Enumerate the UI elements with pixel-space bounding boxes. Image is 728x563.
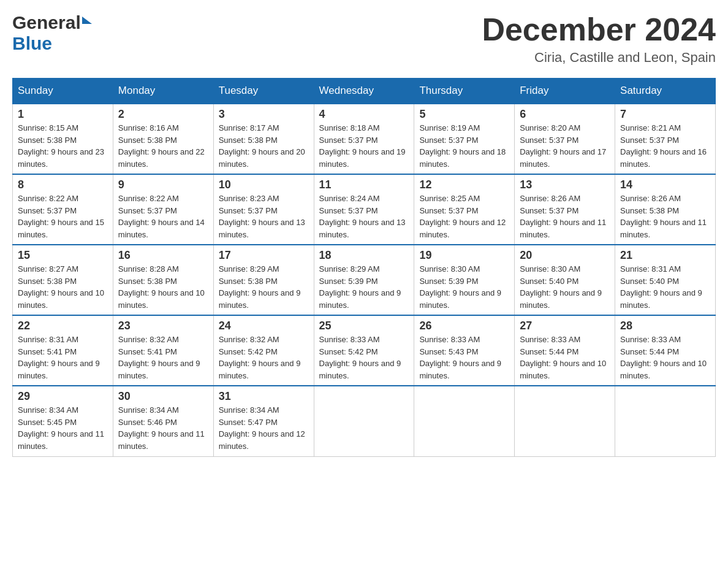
sunset-text: Sunset: 5:39 PM	[319, 277, 378, 286]
day-cell: 12 Sunrise: 8:25 AM Sunset: 5:37 PM Dayl…	[414, 174, 515, 245]
day-info: Sunrise: 8:15 AM Sunset: 5:38 PM Dayligh…	[18, 122, 108, 170]
day-cell: 8 Sunrise: 8:22 AM Sunset: 5:37 PM Dayli…	[13, 174, 113, 245]
day-cell: 22 Sunrise: 8:31 AM Sunset: 5:41 PM Dayl…	[13, 315, 113, 386]
day-number: 23	[118, 320, 208, 332]
calendar-week-row: 1 Sunrise: 8:15 AM Sunset: 5:38 PM Dayli…	[13, 104, 716, 174]
location-title: Ciria, Castille and Leon, Spain	[482, 50, 716, 66]
day-info: Sunrise: 8:33 AM Sunset: 5:44 PM Dayligh…	[520, 334, 610, 381]
sunrise-text: Sunrise: 8:32 AM	[118, 335, 179, 344]
sunrise-text: Sunrise: 8:26 AM	[520, 194, 580, 203]
sunset-text: Sunset: 5:38 PM	[620, 206, 679, 215]
sunset-text: Sunset: 5:45 PM	[18, 418, 77, 427]
empty-cell	[615, 386, 716, 456]
day-info: Sunrise: 8:30 AM Sunset: 5:39 PM Dayligh…	[419, 263, 509, 311]
day-number: 19	[419, 249, 509, 262]
sunset-text: Sunset: 5:44 PM	[520, 347, 578, 356]
logo-arrow-icon	[82, 17, 92, 24]
day-info: Sunrise: 8:34 AM Sunset: 5:45 PM Dayligh…	[18, 404, 108, 452]
day-number: 7	[620, 108, 710, 121]
day-number: 3	[219, 108, 309, 121]
day-number: 8	[18, 178, 108, 191]
daylight-text: Daylight: 9 hours and 9 minutes.	[219, 359, 301, 380]
sunset-text: Sunset: 5:37 PM	[520, 206, 578, 215]
daylight-text: Daylight: 9 hours and 9 minutes.	[419, 359, 501, 380]
col-wednesday: Wednesday	[314, 79, 414, 104]
daylight-text: Daylight: 9 hours and 10 minutes.	[520, 359, 606, 380]
day-cell: 13 Sunrise: 8:26 AM Sunset: 5:37 PM Dayl…	[515, 174, 615, 245]
sunset-text: Sunset: 5:47 PM	[219, 418, 278, 427]
sunrise-text: Sunrise: 8:18 AM	[319, 123, 380, 132]
sunrise-text: Sunrise: 8:33 AM	[319, 335, 380, 344]
col-sunday: Sunday	[13, 79, 113, 104]
day-info: Sunrise: 8:30 AM Sunset: 5:40 PM Dayligh…	[520, 263, 610, 311]
day-info: Sunrise: 8:28 AM Sunset: 5:38 PM Dayligh…	[118, 263, 208, 311]
sunrise-text: Sunrise: 8:23 AM	[219, 194, 279, 203]
day-info: Sunrise: 8:25 AM Sunset: 5:37 PM Dayligh…	[419, 193, 509, 240]
day-info: Sunrise: 8:31 AM Sunset: 5:41 PM Dayligh…	[18, 334, 108, 381]
sunset-text: Sunset: 5:40 PM	[620, 277, 679, 286]
empty-cell	[515, 386, 615, 456]
daylight-text: Daylight: 9 hours and 11 minutes.	[118, 429, 205, 451]
daylight-text: Daylight: 9 hours and 13 minutes.	[319, 218, 406, 239]
day-info: Sunrise: 8:19 AM Sunset: 5:37 PM Dayligh…	[419, 122, 509, 170]
daylight-text: Daylight: 9 hours and 9 minutes.	[18, 359, 100, 380]
sunset-text: Sunset: 5:37 PM	[118, 206, 177, 215]
sunrise-text: Sunrise: 8:30 AM	[419, 264, 480, 274]
sunset-text: Sunset: 5:38 PM	[118, 277, 177, 286]
daylight-text: Daylight: 9 hours and 14 minutes.	[118, 218, 205, 239]
day-cell: 16 Sunrise: 8:28 AM Sunset: 5:38 PM Dayl…	[113, 245, 213, 315]
day-info: Sunrise: 8:23 AM Sunset: 5:37 PM Dayligh…	[219, 193, 309, 240]
sunrise-text: Sunrise: 8:16 AM	[118, 123, 179, 132]
day-info: Sunrise: 8:33 AM Sunset: 5:42 PM Dayligh…	[319, 334, 409, 381]
col-saturday: Saturday	[615, 79, 716, 104]
day-number: 1	[18, 108, 108, 121]
daylight-text: Daylight: 9 hours and 22 minutes.	[118, 147, 205, 169]
daylight-text: Daylight: 9 hours and 16 minutes.	[620, 147, 707, 169]
day-number: 20	[520, 249, 610, 262]
sunset-text: Sunset: 5:41 PM	[18, 347, 77, 356]
sunset-text: Sunset: 5:37 PM	[18, 206, 77, 215]
day-info: Sunrise: 8:34 AM Sunset: 5:47 PM Dayligh…	[219, 404, 309, 452]
daylight-text: Daylight: 9 hours and 9 minutes.	[419, 288, 501, 310]
day-number: 5	[419, 108, 509, 121]
daylight-text: Daylight: 9 hours and 10 minutes.	[18, 288, 104, 310]
day-number: 22	[18, 320, 108, 332]
day-number: 25	[319, 320, 409, 332]
day-number: 4	[319, 108, 409, 121]
sunset-text: Sunset: 5:37 PM	[219, 206, 278, 215]
sunrise-text: Sunrise: 8:27 AM	[18, 264, 78, 274]
daylight-text: Daylight: 9 hours and 9 minutes.	[520, 288, 602, 310]
sunset-text: Sunset: 5:46 PM	[118, 418, 177, 427]
sunset-text: Sunset: 5:40 PM	[520, 277, 578, 286]
day-number: 27	[520, 320, 610, 332]
sunrise-text: Sunrise: 8:31 AM	[620, 264, 681, 274]
daylight-text: Daylight: 9 hours and 9 minutes.	[319, 288, 401, 310]
sunrise-text: Sunrise: 8:33 AM	[419, 335, 480, 344]
daylight-text: Daylight: 9 hours and 9 minutes.	[118, 359, 200, 380]
daylight-text: Daylight: 9 hours and 12 minutes.	[419, 218, 506, 239]
day-info: Sunrise: 8:32 AM Sunset: 5:42 PM Dayligh…	[219, 334, 309, 381]
daylight-text: Daylight: 9 hours and 10 minutes.	[620, 359, 707, 380]
calendar-week-row: 22 Sunrise: 8:31 AM Sunset: 5:41 PM Dayl…	[13, 315, 716, 386]
day-cell: 10 Sunrise: 8:23 AM Sunset: 5:37 PM Dayl…	[213, 174, 314, 245]
day-info: Sunrise: 8:26 AM Sunset: 5:37 PM Dayligh…	[520, 193, 610, 240]
day-info: Sunrise: 8:20 AM Sunset: 5:37 PM Dayligh…	[520, 122, 610, 170]
day-number: 18	[319, 249, 409, 262]
daylight-text: Daylight: 9 hours and 15 minutes.	[18, 218, 104, 239]
day-info: Sunrise: 8:26 AM Sunset: 5:38 PM Dayligh…	[620, 193, 710, 240]
day-number: 26	[419, 320, 509, 332]
logo-blue-text: Blue	[12, 33, 52, 54]
daylight-text: Daylight: 9 hours and 17 minutes.	[520, 147, 606, 169]
title-block: December 2024 Ciria, Castille and Leon, …	[482, 12, 716, 66]
sunrise-text: Sunrise: 8:34 AM	[118, 405, 179, 415]
day-cell: 29 Sunrise: 8:34 AM Sunset: 5:45 PM Dayl…	[13, 386, 113, 456]
day-info: Sunrise: 8:27 AM Sunset: 5:38 PM Dayligh…	[18, 263, 108, 311]
sunrise-text: Sunrise: 8:19 AM	[419, 123, 480, 132]
sunset-text: Sunset: 5:38 PM	[18, 277, 77, 286]
sunrise-text: Sunrise: 8:17 AM	[219, 123, 279, 132]
daylight-text: Daylight: 9 hours and 13 minutes.	[219, 218, 305, 239]
sunrise-text: Sunrise: 8:31 AM	[18, 335, 78, 344]
daylight-text: Daylight: 9 hours and 19 minutes.	[319, 147, 406, 169]
day-cell: 18 Sunrise: 8:29 AM Sunset: 5:39 PM Dayl…	[314, 245, 414, 315]
sunset-text: Sunset: 5:42 PM	[219, 347, 278, 356]
